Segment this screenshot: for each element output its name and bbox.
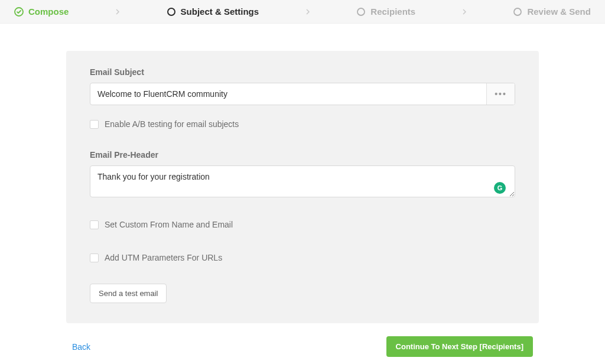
utm-label: Add UTM Parameters For URLs bbox=[105, 253, 222, 262]
chevron-right-icon bbox=[461, 8, 468, 15]
settings-panel: Email Subject ••• Enable A/B testing for… bbox=[66, 51, 539, 323]
ab-test-checkbox[interactable] bbox=[90, 120, 99, 129]
chevron-right-icon bbox=[304, 8, 311, 15]
ab-test-label: Enable A/B testing for email subjects bbox=[105, 119, 239, 129]
custom-from-row: Set Custom From Name and Email bbox=[90, 220, 515, 229]
grammarly-icon[interactable]: G bbox=[494, 182, 506, 194]
step-label: Review & Send bbox=[527, 6, 591, 17]
check-circle-icon bbox=[14, 7, 24, 17]
custom-from-label: Set Custom From Name and Email bbox=[105, 220, 233, 229]
step-label: Subject & Settings bbox=[181, 6, 259, 17]
send-test-email-button[interactable]: Send a test email bbox=[90, 284, 167, 303]
step-label: Recipients bbox=[370, 6, 415, 17]
custom-from-checkbox[interactable] bbox=[90, 220, 99, 229]
utm-row: Add UTM Parameters For URLs bbox=[90, 253, 515, 262]
svg-point-1 bbox=[168, 8, 175, 15]
circle-icon bbox=[513, 7, 522, 17]
step-label: Compose bbox=[28, 6, 69, 17]
subject-input[interactable] bbox=[90, 83, 486, 105]
wizard-stepper: Compose Subject & Settings Recipients Re… bbox=[0, 0, 605, 24]
preheader-textarea[interactable] bbox=[90, 165, 515, 197]
ab-test-row: Enable A/B testing for email subjects bbox=[90, 119, 515, 129]
step-compose[interactable]: Compose bbox=[14, 6, 69, 17]
chevron-right-icon bbox=[114, 8, 121, 15]
step-subject-settings[interactable]: Subject & Settings bbox=[167, 6, 259, 17]
footer-actions: Back Continue To Next Step [Recipients] bbox=[66, 336, 539, 357]
ellipsis-icon: ••• bbox=[495, 89, 507, 99]
circle-icon bbox=[356, 7, 366, 17]
back-link[interactable]: Back bbox=[72, 342, 90, 352]
svg-point-3 bbox=[514, 8, 521, 15]
step-recipients[interactable]: Recipients bbox=[356, 6, 415, 17]
subject-input-group: ••• bbox=[90, 83, 515, 105]
svg-point-2 bbox=[357, 8, 365, 15]
subject-more-button[interactable]: ••• bbox=[486, 83, 515, 105]
subject-label: Email Subject bbox=[90, 67, 515, 77]
circle-icon bbox=[167, 7, 176, 17]
utm-checkbox[interactable] bbox=[90, 254, 99, 262]
continue-next-button[interactable]: Continue To Next Step [Recipients] bbox=[386, 336, 533, 357]
step-review-send[interactable]: Review & Send bbox=[513, 6, 591, 17]
preheader-label: Email Pre-Header bbox=[90, 150, 515, 160]
